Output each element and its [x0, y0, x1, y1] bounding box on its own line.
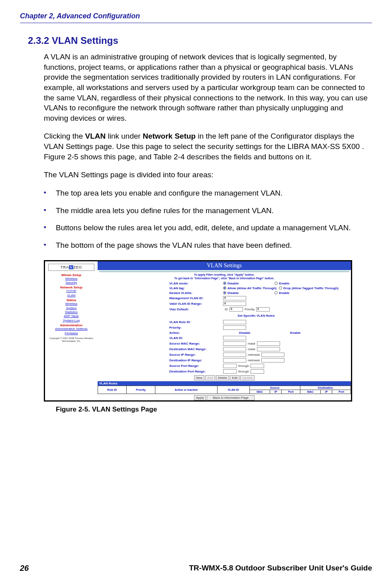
row-nested: Nested VLANs: Disable Enable	[169, 291, 351, 295]
para-2a: Clicking the	[44, 132, 85, 140]
delete-button[interactable]: Delete	[216, 375, 229, 380]
sidebar-link-tcpip[interactable]: TCP/IP	[46, 289, 97, 293]
add-button[interactable]: Add	[205, 375, 215, 380]
sidebar-group-status: Status	[46, 298, 97, 302]
label-id: ID	[225, 308, 228, 311]
sidebar-link-security[interactable]: Security	[46, 281, 97, 285]
new-button[interactable]: New	[194, 375, 204, 380]
row-smac: Source MAC Range: mask	[169, 341, 351, 346]
section-title: VLAN Settings	[52, 35, 118, 46]
label-sport: Source Port Range:	[169, 364, 223, 368]
sidebar-group-wimax: Wimax Setup	[46, 273, 97, 277]
input-dmac[interactable]	[223, 347, 246, 351]
label-through: through	[238, 370, 249, 373]
row-sport: Source Port Range: through	[169, 364, 351, 368]
row-vlan-tag: VLAN tag: Allow (Allow All Traffic Throu…	[169, 286, 351, 290]
row-dmac: Destination MAC Range: mask	[169, 347, 351, 351]
input-mgmt-id[interactable]: 0	[223, 296, 246, 300]
radio-drop[interactable]	[279, 286, 282, 290]
opt-active-disable: Disable	[239, 331, 250, 335]
th-src-mac: MAC	[249, 390, 270, 394]
input-prio[interactable]	[223, 325, 246, 330]
radio-disable[interactable]	[223, 282, 226, 285]
copyright: Copyright © 2007-2008 Tranzeo Wireless T…	[46, 337, 97, 342]
radio-nested-enable[interactable]	[274, 291, 278, 294]
sidebar-link-arp[interactable]: ARP Table	[46, 314, 97, 318]
subheading-rules: Set Specific VLAN Rules	[161, 314, 351, 317]
page-footer: 26 TR-WMX-5.8 Outdoor Subscriber Unit Us…	[0, 564, 392, 573]
label-through: through	[238, 364, 249, 368]
radio-allow[interactable]	[223, 286, 226, 290]
label-netmask: netmask	[248, 359, 260, 362]
input-sip[interactable]	[223, 353, 246, 357]
opt-nested-enable: Enable	[279, 291, 289, 295]
hint-text: To apply Filter resetting, click "Apply"…	[98, 273, 351, 280]
sidebar-group-admin: Administration	[46, 323, 97, 327]
list-item: The middle area lets you define rules fo…	[44, 206, 372, 216]
list-item: The bottom of the page shows the VLAN ru…	[44, 240, 372, 251]
input-def-prio[interactable]: 0	[256, 307, 270, 312]
edit-button[interactable]: Edit	[230, 375, 239, 380]
label-netmask: netmask	[248, 353, 260, 357]
input-dport1[interactable]	[223, 369, 237, 374]
label-vlan-tag: VLAN tag:	[169, 286, 223, 290]
th-priority: Priority	[126, 386, 155, 394]
bullet-list: The top area lets you enable and configu…	[44, 188, 372, 251]
input-dip[interactable]	[223, 358, 246, 363]
sidebar-link-wireless2[interactable]: Wireless	[46, 302, 97, 306]
th-dst-mac: MAC	[300, 390, 321, 394]
row-range: Valid VLAN ID Range: 0	[169, 302, 351, 306]
input-smac[interactable]	[223, 341, 246, 346]
opt-disable: Disable	[227, 282, 239, 285]
opt-enable: Enable	[279, 282, 289, 285]
input-vlanid[interactable]	[223, 336, 246, 340]
sidebar-link-statistics[interactable]: Statistics	[46, 310, 97, 314]
para-2-bold1: VLAN	[85, 132, 106, 140]
sidebar-group-network: Network Setup	[46, 286, 97, 289]
back-button[interactable]: Back to Information Page	[207, 395, 255, 400]
radio-enable[interactable]	[274, 282, 278, 285]
screenshot-main: VLAN Settings To apply Filter resetting,…	[98, 261, 351, 400]
input-smac-mask[interactable]	[257, 341, 280, 346]
label-prio: Priority:	[169, 326, 223, 329]
input-sport1[interactable]	[223, 364, 237, 368]
sidebar-link-admin-settings[interactable]: Administrative Settings	[46, 327, 97, 331]
th-src-ip: IP	[270, 390, 282, 394]
logo-part: ZEO	[73, 265, 82, 269]
screenshot-sidebar: TRANZEO Wimax Setup Wireless Security Ne…	[45, 261, 98, 400]
sidebar-link-wireless[interactable]: Wireless	[46, 277, 97, 281]
section-number: 2.3.2	[28, 35, 49, 46]
radio-nested-disable[interactable]	[223, 291, 226, 294]
row-active: Active: Disable Enable	[169, 331, 351, 335]
input-dport2[interactable]	[251, 369, 264, 374]
sidebar-link-firmware[interactable]: Firmware	[46, 331, 97, 335]
th-source: Source	[249, 386, 300, 390]
list-item: The top area lets you enable and configu…	[44, 188, 372, 198]
label-vlanid: VLAN ID:	[169, 336, 223, 340]
input-sport2[interactable]	[251, 364, 264, 368]
apply-button[interactable]: Apply	[194, 395, 206, 400]
sidebar-link-vlan[interactable]: VLAN	[46, 294, 97, 298]
input-def-id[interactable]: 0	[229, 307, 243, 312]
para-2: Clicking the VLAN link under Network Set…	[44, 131, 368, 162]
update-button[interactable]: Update	[240, 375, 255, 380]
apply-row: Apply Back to Information Page	[98, 395, 351, 400]
logo-part: TRA	[61, 265, 69, 269]
panel-title: VLAN Settings	[98, 261, 351, 270]
input-range[interactable]: 0	[223, 302, 246, 306]
sidebar-link-system[interactable]: System	[46, 306, 97, 310]
th-src-port: Port	[282, 390, 300, 394]
th-ruleid: Rule ID	[98, 386, 127, 394]
button-row: New Add Delete Edit Update	[98, 375, 351, 380]
label-sip: Source IP Range:	[169, 353, 223, 357]
input-ruleid[interactable]	[223, 320, 246, 324]
input-dip-mask[interactable]	[261, 358, 284, 363]
row-dport: Destination Port Range: through	[169, 369, 351, 374]
sidebar-link-syslog[interactable]: System Log	[46, 319, 97, 323]
label-dip: Destination IP Range:	[169, 359, 223, 362]
input-sip-mask[interactable]	[261, 353, 284, 357]
label-range: Valid VLAN ID Range:	[169, 302, 223, 306]
input-dmac-mask[interactable]	[257, 347, 280, 351]
logo-part: N	[69, 265, 74, 269]
para-3: The VLAN Settings page is divided into f…	[44, 170, 368, 180]
